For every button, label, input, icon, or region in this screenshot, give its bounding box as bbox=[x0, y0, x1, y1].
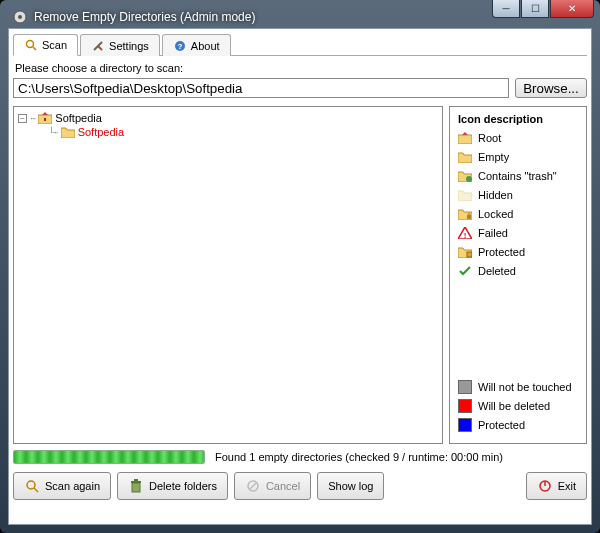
button-label: Exit bbox=[558, 480, 576, 492]
legend-label: Root bbox=[478, 132, 501, 144]
cancel-button[interactable]: Cancel bbox=[234, 472, 311, 500]
maximize-button[interactable]: ☐ bbox=[521, 0, 549, 18]
legend-item-empty: Empty bbox=[458, 150, 578, 164]
progress-fill bbox=[14, 451, 204, 463]
legend-label: Failed bbox=[478, 227, 508, 239]
legend-label: Protected bbox=[478, 419, 525, 431]
magnifier-icon bbox=[24, 478, 40, 494]
folder-icon bbox=[458, 150, 472, 164]
legend-item-trash: Contains "trash" bbox=[458, 169, 578, 183]
tree-root-label: Softpedia bbox=[55, 112, 101, 124]
svg-rect-12 bbox=[467, 215, 471, 219]
legend-item-deleted: Deleted bbox=[458, 264, 578, 278]
tab-strip: Scan Settings ? About bbox=[13, 33, 587, 56]
svg-marker-10 bbox=[462, 132, 468, 135]
svg-text:?: ? bbox=[177, 42, 182, 51]
legend-label: Will be deleted bbox=[478, 400, 550, 412]
trash-icon bbox=[128, 478, 144, 494]
legend-label: Locked bbox=[478, 208, 513, 220]
legend-spacer bbox=[458, 283, 578, 380]
main-area: − ··· Softpedia └·· Softpedia Icon descr bbox=[13, 106, 587, 444]
red-swatch-icon bbox=[458, 399, 472, 413]
warning-icon: ! bbox=[458, 226, 472, 240]
show-log-button[interactable]: Show log bbox=[317, 472, 384, 500]
choose-directory-label: Please choose a directory to scan: bbox=[15, 62, 585, 74]
tab-settings[interactable]: Settings bbox=[80, 34, 160, 56]
legend-label: Empty bbox=[478, 151, 509, 163]
button-label: Delete folders bbox=[149, 480, 217, 492]
tree-connector: └·· bbox=[48, 127, 58, 138]
legend-item-locked: Locked bbox=[458, 207, 578, 221]
tab-label: Settings bbox=[109, 40, 149, 52]
svg-rect-20 bbox=[134, 479, 138, 481]
svg-rect-9 bbox=[458, 135, 472, 144]
legend-label: Deleted bbox=[478, 265, 516, 277]
tab-label: Scan bbox=[42, 39, 67, 51]
legend-label: Will not be touched bbox=[478, 381, 572, 393]
tab-label: About bbox=[191, 40, 220, 52]
window-body: Scan Settings ? About Please choose a di… bbox=[8, 28, 592, 525]
svg-line-22 bbox=[250, 483, 256, 489]
tools-icon bbox=[91, 39, 105, 53]
path-row: Browse... bbox=[13, 78, 587, 98]
legend-color-deleted: Will be deleted bbox=[458, 399, 578, 413]
svg-marker-7 bbox=[42, 112, 48, 115]
svg-rect-18 bbox=[132, 483, 140, 492]
legend-item-failed: ! Failed bbox=[458, 226, 578, 240]
legend-color-untouched: Will not be touched bbox=[458, 380, 578, 394]
exit-button[interactable]: Exit bbox=[526, 472, 587, 500]
tree-connector: ··· bbox=[30, 113, 35, 124]
tree-child-label: Softpedia bbox=[78, 126, 124, 138]
window-frame: Remove Empty Directories (Admin mode) ─ … bbox=[0, 0, 600, 533]
svg-rect-15 bbox=[467, 252, 472, 257]
svg-line-17 bbox=[34, 488, 38, 492]
progress-bar bbox=[13, 450, 205, 464]
progress-row: Found 1 empty directories (checked 9 / r… bbox=[13, 450, 587, 464]
folder-trash-icon bbox=[458, 169, 472, 183]
blue-swatch-icon bbox=[458, 418, 472, 432]
legend-label: Contains "trash" bbox=[478, 170, 557, 182]
power-icon bbox=[537, 478, 553, 494]
magnifier-icon bbox=[24, 38, 38, 52]
tab-scan[interactable]: Scan bbox=[13, 34, 78, 56]
directory-path-input[interactable] bbox=[13, 78, 509, 98]
action-buttons: Scan again Delete folders Cancel Show lo… bbox=[13, 472, 587, 500]
legend-panel: Icon description Root Empty bbox=[449, 106, 587, 444]
button-spacer bbox=[390, 472, 519, 500]
browse-button[interactable]: Browse... bbox=[515, 78, 587, 98]
scan-again-button[interactable]: Scan again bbox=[13, 472, 111, 500]
button-label: Cancel bbox=[266, 480, 300, 492]
legend-item-hidden: Hidden bbox=[458, 188, 578, 202]
folder-protected-icon bbox=[458, 245, 472, 259]
button-label: Scan again bbox=[45, 480, 100, 492]
directory-tree[interactable]: − ··· Softpedia └·· Softpedia bbox=[13, 106, 443, 444]
folder-hidden-icon bbox=[458, 188, 472, 202]
app-icon bbox=[12, 9, 28, 25]
legend-label: Hidden bbox=[478, 189, 513, 201]
legend-color-protected: Protected bbox=[458, 418, 578, 432]
close-button[interactable]: ✕ bbox=[550, 0, 594, 18]
button-label: Show log bbox=[328, 480, 373, 492]
legend-item-root: Root bbox=[458, 131, 578, 145]
home-folder-icon bbox=[38, 112, 52, 124]
svg-point-2 bbox=[27, 41, 34, 48]
cancel-icon bbox=[245, 478, 261, 494]
svg-point-1 bbox=[18, 15, 22, 19]
legend-item-protected: Protected bbox=[458, 245, 578, 259]
minimize-button[interactable]: ─ bbox=[492, 0, 520, 18]
svg-text:!: ! bbox=[464, 231, 467, 239]
svg-rect-19 bbox=[131, 481, 141, 483]
gray-swatch-icon bbox=[458, 380, 472, 394]
folder-icon bbox=[61, 126, 75, 138]
help-icon: ? bbox=[173, 39, 187, 53]
svg-point-16 bbox=[27, 481, 35, 489]
tree-expander-icon[interactable]: − bbox=[18, 114, 27, 123]
tree-child-row[interactable]: └·· Softpedia bbox=[48, 125, 438, 139]
status-text: Found 1 empty directories (checked 9 / r… bbox=[215, 451, 503, 463]
svg-line-3 bbox=[33, 47, 36, 50]
tree-root-row[interactable]: − ··· Softpedia bbox=[18, 111, 438, 125]
tab-about[interactable]: ? About bbox=[162, 34, 231, 56]
window-controls: ─ ☐ ✕ bbox=[491, 0, 594, 18]
delete-folders-button[interactable]: Delete folders bbox=[117, 472, 228, 500]
svg-point-11 bbox=[466, 176, 472, 182]
